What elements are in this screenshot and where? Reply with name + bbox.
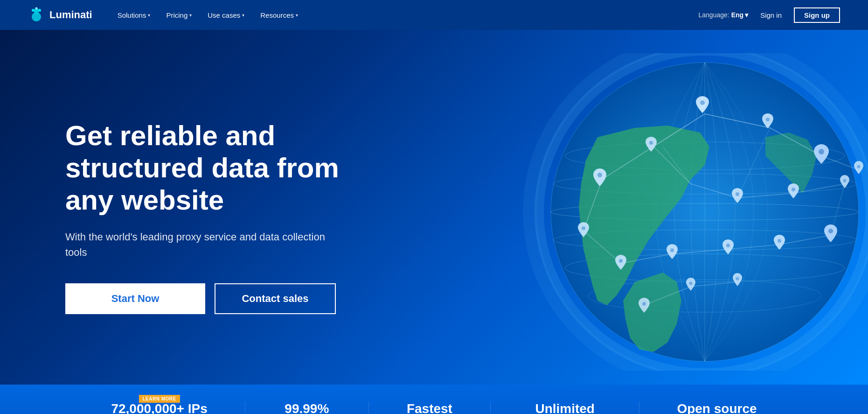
hero-title: Get reliable and structured data from an… bbox=[65, 119, 392, 216]
stat-value-proxy: Open source bbox=[677, 401, 757, 414]
hero-content: Get reliable and structured data from an… bbox=[0, 30, 868, 385]
learn-more-badge[interactable]: LEARN MORE bbox=[139, 395, 180, 403]
start-now-button[interactable]: Start Now bbox=[65, 283, 205, 314]
stat-uptime: 99.99% Network uptime bbox=[245, 401, 369, 414]
nav-right: Language: Eng ▾ Sign in Sign up bbox=[698, 7, 840, 23]
stat-value-response: Fastest bbox=[406, 401, 453, 414]
language-selector: Language: Eng ▾ bbox=[698, 11, 748, 19]
hero-text: Get reliable and structured data from an… bbox=[65, 110, 392, 314]
chevron-icon: ▾ bbox=[242, 13, 244, 18]
svg-point-4 bbox=[35, 7, 38, 10]
logo[interactable]: Luminati bbox=[28, 7, 92, 23]
stat-value-ips: 72,000,000+ IPs bbox=[111, 401, 207, 414]
hero-subtitle: With the world's leading proxy service a… bbox=[65, 229, 326, 260]
nav-solutions[interactable]: Solutions ▾ bbox=[111, 7, 157, 23]
svg-point-2 bbox=[32, 9, 35, 12]
chevron-icon: ▾ bbox=[296, 13, 298, 18]
svg-point-3 bbox=[38, 9, 41, 12]
hero-buttons: Start Now Contact sales bbox=[65, 283, 392, 314]
nav-pricing[interactable]: Pricing ▾ bbox=[160, 7, 198, 23]
signup-button[interactable]: Sign up bbox=[794, 7, 840, 23]
nav-resources[interactable]: Resources ▾ bbox=[254, 7, 305, 23]
contact-sales-button[interactable]: Contact sales bbox=[215, 283, 336, 314]
stat-response: Fastest Response time bbox=[369, 401, 491, 414]
stat-proxy-tools: Open source Proxy tools bbox=[639, 401, 794, 414]
nav-use-cases[interactable]: Use cases ▾ bbox=[201, 7, 251, 23]
stats-bar: LEARN MORE 72,000,000+ IPs Around the wo… bbox=[0, 385, 868, 414]
language-label: Language: bbox=[698, 11, 729, 19]
stat-value-connections: Unlimited bbox=[528, 401, 602, 414]
nav-links: Solutions ▾ Pricing ▾ Use cases ▾ Resour… bbox=[111, 7, 699, 23]
stat-connections: Unlimited Concurrent connections bbox=[491, 401, 639, 414]
chevron-icon: ▾ bbox=[148, 13, 150, 18]
signin-button[interactable]: Sign in bbox=[756, 8, 786, 22]
stat-ips: LEARN MORE 72,000,000+ IPs Around the wo… bbox=[74, 401, 245, 414]
chevron-icon: ▾ bbox=[189, 13, 192, 18]
logo-text: Luminati bbox=[49, 9, 92, 21]
language-value[interactable]: Eng ▾ bbox=[731, 11, 748, 19]
chevron-icon: ▾ bbox=[745, 11, 748, 19]
navbar: Luminati Solutions ▾ Pricing ▾ Use cases… bbox=[0, 0, 868, 30]
hero-section: Get reliable and structured data from an… bbox=[0, 30, 868, 385]
stat-value-uptime: 99.99% bbox=[283, 401, 331, 414]
logo-icon bbox=[28, 7, 45, 23]
